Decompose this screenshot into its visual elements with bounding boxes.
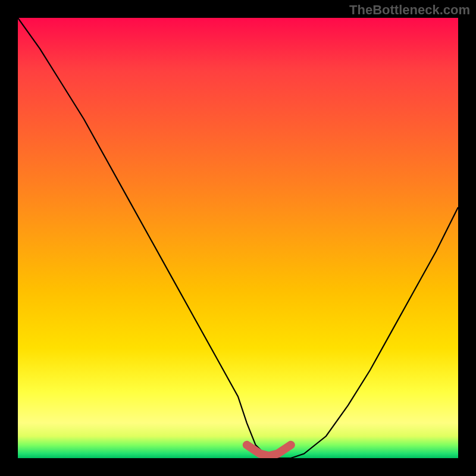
chart-container: TheBottleneck.com (0, 0, 476, 476)
plot-area (18, 18, 458, 458)
curve-svg (18, 18, 458, 458)
watermark-text: TheBottleneck.com (349, 2, 470, 18)
bottleneck-curve-path (18, 18, 458, 458)
marker-band (247, 445, 291, 456)
